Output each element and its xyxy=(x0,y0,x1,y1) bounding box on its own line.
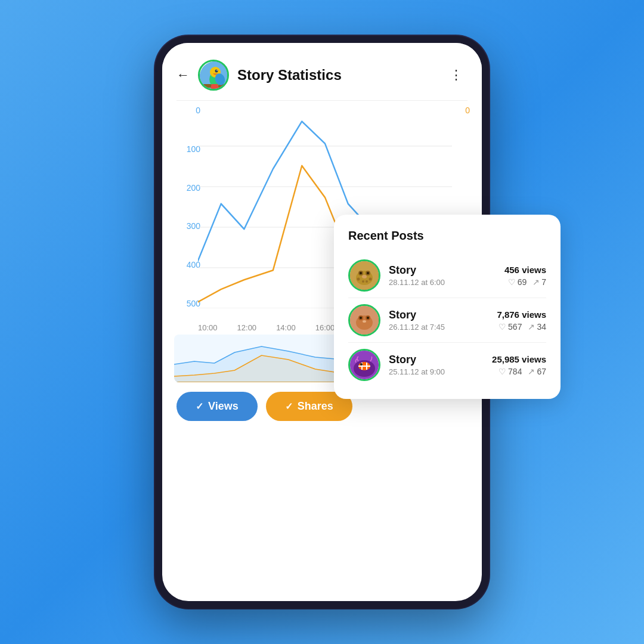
back-button[interactable]: ← xyxy=(177,67,190,83)
share-icon: ↗ xyxy=(528,322,535,332)
svg-point-9 xyxy=(362,280,364,283)
likes-count: ♡ 784 xyxy=(499,367,522,376)
post-date: 28.11.12 at 6:00 xyxy=(389,278,496,287)
svg-point-5 xyxy=(367,272,369,274)
post-name: Story xyxy=(389,309,488,321)
svg-point-32 xyxy=(215,70,218,73)
list-item[interactable]: Story 28.11.12 at 6:00 456 views ♡ 69 ↗ … xyxy=(348,253,546,298)
post-info: Story 25.11.12 at 9:00 xyxy=(389,354,484,376)
y-axis-left: 500 400 300 200 100 0 xyxy=(174,106,200,308)
svg-point-8 xyxy=(369,278,372,281)
list-item[interactable]: Story 26.11.12 at 7:45 7,876 views ♡ 567… xyxy=(348,298,546,343)
post-views: 25,985 views xyxy=(492,354,546,364)
shares-count: ↗ 67 xyxy=(528,367,546,376)
y-label: 100 xyxy=(174,144,200,154)
x-label: 12:00 xyxy=(237,323,257,332)
post-stats: 456 views ♡ 69 ↗ 7 xyxy=(504,265,546,287)
heart-icon: ♡ xyxy=(508,277,516,287)
shares-label: Shares xyxy=(298,400,333,413)
post-engagement: ♡ 69 ↗ 7 xyxy=(504,277,546,287)
y-label: 0 xyxy=(174,106,200,115)
post-info: Story 28.11.12 at 6:00 xyxy=(389,264,496,287)
avatar xyxy=(348,259,380,292)
likes-count: ♡ 69 xyxy=(508,277,527,287)
post-stats: 7,876 views ♡ 567 ↗ 34 xyxy=(497,309,546,332)
recent-posts-title: Recent Posts xyxy=(348,229,546,243)
y-label: 300 xyxy=(174,221,200,231)
shares-count: ↗ 7 xyxy=(532,277,546,287)
checkmark-icon: ✓ xyxy=(196,401,203,412)
post-views: 7,876 views xyxy=(497,309,546,320)
profile-avatar xyxy=(198,60,229,91)
share-icon: ↗ xyxy=(528,367,535,376)
page-title: Story Statistics xyxy=(237,67,436,83)
post-stats: 25,985 views ♡ 784 ↗ 67 xyxy=(492,354,546,376)
checkmark-icon: ✓ xyxy=(285,401,293,412)
post-name: Story xyxy=(389,354,484,366)
phone-container: Recent Posts xyxy=(155,36,489,608)
y-label: 200 xyxy=(174,183,200,193)
svg-point-6 xyxy=(362,275,367,278)
avatar xyxy=(348,304,380,336)
x-label: 16:00 xyxy=(315,323,335,332)
svg-point-33 xyxy=(216,70,218,71)
heart-icon: ♡ xyxy=(499,367,506,376)
post-info: Story 26.11.12 at 7:45 xyxy=(389,309,488,332)
views-filter-button[interactable]: ✓ Views xyxy=(177,392,258,421)
recent-posts-card: Recent Posts xyxy=(334,215,561,399)
post-date: 26.11.12 at 7:45 xyxy=(389,323,488,332)
avatar xyxy=(348,349,380,381)
svg-point-17 xyxy=(363,320,366,323)
svg-point-4 xyxy=(360,272,362,274)
list-item[interactable]: Story 25.11.12 at 9:00 25,985 views ♡ 78… xyxy=(348,343,546,387)
share-icon: ↗ xyxy=(532,277,540,287)
views-label: Views xyxy=(208,400,239,413)
shares-count: ↗ 34 xyxy=(528,322,546,332)
svg-point-16 xyxy=(367,317,369,319)
svg-point-7 xyxy=(357,278,360,281)
app-header: ← xyxy=(162,43,482,100)
post-date: 25.11.12 at 9:00 xyxy=(389,367,484,376)
y-label-right: 0 xyxy=(452,106,470,115)
post-name: Story xyxy=(389,264,496,277)
post-engagement: ♡ 784 ↗ 67 xyxy=(492,367,546,376)
likes-count: ♡ 567 xyxy=(499,322,522,332)
post-views: 456 views xyxy=(504,265,546,275)
y-label: 400 xyxy=(174,260,200,270)
x-label: 14:00 xyxy=(276,323,296,332)
x-label: 10:00 xyxy=(198,323,218,332)
more-options-button[interactable]: ⋮ xyxy=(445,65,467,85)
heart-icon: ♡ xyxy=(499,322,506,332)
svg-point-10 xyxy=(366,280,368,283)
svg-point-26 xyxy=(360,363,363,366)
y-label: 500 xyxy=(174,299,200,308)
post-engagement: ♡ 567 ↗ 34 xyxy=(497,322,546,332)
svg-point-15 xyxy=(360,317,362,319)
